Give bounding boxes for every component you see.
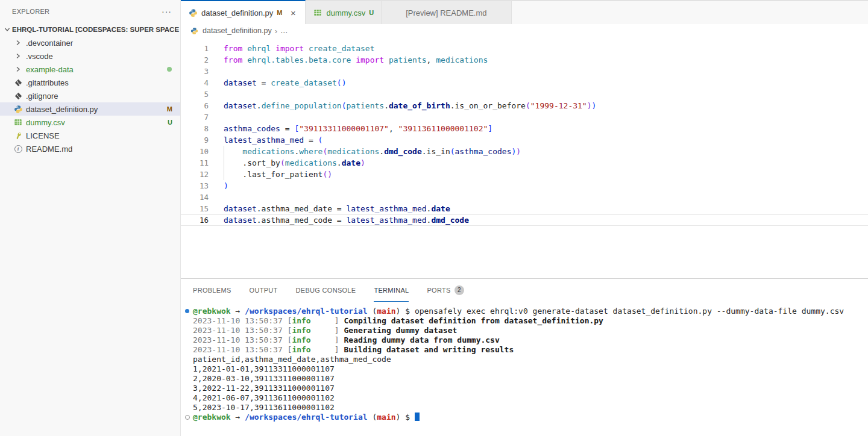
chevron-right-icon xyxy=(13,51,23,61)
tree-item-label: dataset_definition.py xyxy=(26,105,98,114)
terminal-gutter xyxy=(184,403,193,413)
line-number: 12 xyxy=(181,169,209,180)
command-decoration-icon[interactable] xyxy=(184,413,193,422)
terminal-gutter xyxy=(184,364,193,374)
workspace-root-row[interactable]: EHRQL-TUTORIAL [CODESPACES: SUPER SPACE … xyxy=(0,23,180,36)
terminal[interactable]: @rebkwok → /workspaces/ehrql-tutorial (m… xyxy=(181,302,868,436)
tree-item-label: README.md xyxy=(26,145,72,154)
terminal-line-text: patient_id,asthma_med_date,asthma_med_co… xyxy=(193,355,391,364)
terminal-line-text: 3,2022-11-22,39113311000001107 xyxy=(193,384,335,393)
line-content: asthma_codes = ["39113311000001107", "39… xyxy=(224,123,492,134)
panel-tab-problems[interactable]: PROBLEMS xyxy=(193,279,231,302)
tree-item-gitattributes[interactable]: .gitattributes xyxy=(0,76,180,89)
tree-item-gitignore[interactable]: .gitignore xyxy=(0,89,180,102)
panel-tab-ports[interactable]: PORTS 2 xyxy=(427,279,464,302)
code-line[interactable]: 4dataset = create_dataset() xyxy=(181,77,868,89)
terminal-line: 3,2022-11-22,39113311000001107 xyxy=(184,384,868,393)
code-line[interactable]: 13) xyxy=(181,180,868,192)
line-number: 11 xyxy=(181,157,209,169)
terminal-cursor[interactable] xyxy=(415,413,420,421)
panel-tab-terminal[interactable]: TERMINAL xyxy=(374,279,409,302)
code-line[interactable]: 8asthma_codes = ["39113311000001107", "3… xyxy=(181,123,868,134)
info-icon: i xyxy=(13,144,23,154)
tree-item-dataset-definition[interactable]: dataset_definition.py M xyxy=(0,102,180,116)
panel-tab-bar: PROBLEMS OUTPUT DEBUG CONSOLE TERMINAL P… xyxy=(181,279,868,302)
terminal-line-text: @rebkwok → /workspaces/ehrql-tutorial (m… xyxy=(193,307,844,316)
tab-label: dummy.csv xyxy=(326,8,365,17)
git-icon xyxy=(13,91,23,101)
terminal-line: @rebkwok → /workspaces/ehrql-tutorial (m… xyxy=(184,413,868,422)
code-line[interactable]: 1from ehrql import create_dataset xyxy=(181,43,868,54)
tab-label: [Preview] README.md xyxy=(406,8,486,17)
csv-icon xyxy=(313,8,322,17)
terminal-line: 2023-11-10 13:50:37 [info ] Reading dumm… xyxy=(184,335,868,345)
explorer-header: EXPLORER ··· xyxy=(0,0,180,23)
tree-item-dummy-csv[interactable]: dummy.csv U xyxy=(0,116,180,129)
code-line[interactable]: 9latest_asthma_med = ( xyxy=(181,134,868,146)
tree-item-license[interactable]: LICENSE xyxy=(0,129,180,142)
line-content: .last_for_patient() xyxy=(224,169,332,180)
line-number: 8 xyxy=(181,123,209,134)
breadcrumb-symbol-path[interactable]: … xyxy=(280,26,288,35)
terminal-gutter xyxy=(184,393,193,403)
code-line[interactable]: 3 xyxy=(181,66,868,77)
line-number: 1 xyxy=(181,43,209,54)
code-editor[interactable]: 1from ehrql import create_dataset2from e… xyxy=(181,37,868,278)
tree-item-readme[interactable]: i README.md xyxy=(0,142,180,155)
tree-item-vscode[interactable]: .vscode xyxy=(0,49,180,63)
explorer-title: EXPLORER xyxy=(12,8,49,15)
file-tree: .devcontainer .vscode example-data xyxy=(0,36,180,155)
code-line[interactable]: 2from ehrql.tables.beta.core import pati… xyxy=(181,54,868,66)
terminal-line-text: 5,2023-10-17,39113611000001102 xyxy=(193,403,335,413)
chevron-down-icon xyxy=(2,25,12,34)
terminal-line: 2023-11-10 13:50:37 [info ] Generating d… xyxy=(184,326,868,335)
explorer-more-actions-icon[interactable]: ··· xyxy=(162,8,172,14)
line-content: .sort_by(medications.date) xyxy=(224,157,365,169)
terminal-lines: @rebkwok → /workspaces/ehrql-tutorial (m… xyxy=(184,307,868,422)
line-number: 7 xyxy=(181,111,209,123)
code-line[interactable]: 15dataset.asthma_med_date = latest_asthm… xyxy=(181,203,868,214)
tree-item-label: .vscode xyxy=(26,52,53,61)
code-line[interactable]: 16dataset.asthma_med_code = latest_asthm… xyxy=(181,214,868,226)
panel-tab-output[interactable]: OUTPUT xyxy=(250,279,278,302)
tree-item-devcontainer[interactable]: .devcontainer xyxy=(0,36,180,49)
command-decoration-icon[interactable] xyxy=(184,307,193,316)
tab-dummy-csv[interactable]: dummy.csv U xyxy=(306,1,382,24)
line-number: 15 xyxy=(181,203,209,214)
line-number: 16 xyxy=(181,214,209,226)
code-line[interactable]: 10 medications.where(medications.dmd_cod… xyxy=(181,146,868,157)
terminal-line-text: @rebkwok → /workspaces/ehrql-tutorial (m… xyxy=(193,413,420,422)
line-number: 10 xyxy=(181,146,209,157)
code-line[interactable]: 11 .sort_by(medications.date) xyxy=(181,157,868,169)
terminal-gutter xyxy=(184,326,193,335)
code-line[interactable]: 5 xyxy=(181,89,868,100)
terminal-gutter xyxy=(184,345,193,355)
untracked-dot-badge xyxy=(167,67,172,72)
untracked-badge: U xyxy=(168,119,172,126)
line-number: 2 xyxy=(181,54,209,66)
tab-dataset-definition[interactable]: dataset_definition.py M × xyxy=(181,0,306,24)
license-key-icon xyxy=(13,131,23,140)
terminal-gutter xyxy=(184,335,193,345)
code-line[interactable]: 14 xyxy=(181,192,868,203)
editor-group: dataset_definition.py M × dummy.csv U [P… xyxy=(181,0,868,436)
code-line[interactable]: 7 xyxy=(181,111,868,123)
terminal-line: @rebkwok → /workspaces/ehrql-tutorial (m… xyxy=(184,307,868,316)
code-line[interactable]: 12 .last_for_patient() xyxy=(181,169,868,180)
panel-tab-debug-console[interactable]: DEBUG CONSOLE xyxy=(296,279,356,302)
code-line[interactable]: 6dataset.define_population(patients.date… xyxy=(181,100,868,111)
terminal-line-text: 2023-11-10 13:50:37 [info ] Reading dumm… xyxy=(193,335,500,345)
ports-count-badge: 2 xyxy=(454,285,464,295)
tree-item-example-data[interactable]: example-data xyxy=(0,63,180,76)
breadcrumb-separator-icon: › xyxy=(275,26,277,36)
breadcrumb-file[interactable]: dataset_definition.py xyxy=(203,26,272,35)
terminal-line-text: 2023-11-10 13:50:37 [info ] Generating d… xyxy=(193,326,457,335)
chevron-right-icon xyxy=(13,38,23,48)
close-icon[interactable]: × xyxy=(288,8,298,18)
tab-readme-preview[interactable]: [Preview] README.md xyxy=(382,1,511,24)
workspace-root-label: EHRQL-TUTORIAL [CODESPACES: SUPER SPACE … xyxy=(12,26,180,33)
modified-badge: M xyxy=(167,105,172,113)
breadcrumb[interactable]: dataset_definition.py › … xyxy=(181,24,868,37)
tree-item-label: LICENSE xyxy=(26,131,60,140)
terminal-line-text: 2,2020-03-10,39113311000001107 xyxy=(193,374,335,384)
